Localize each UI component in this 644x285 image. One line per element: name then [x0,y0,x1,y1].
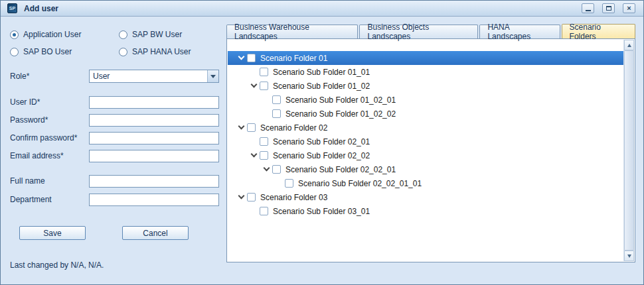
radio-icon [10,30,19,39]
password-label: Password* [10,115,89,125]
user-id-label: User ID* [10,97,89,107]
full-name-field[interactable] [89,175,219,188]
save-button[interactable]: Save [19,226,86,240]
tree-item-label: Scenario Folder 03 [260,193,327,202]
close-icon: × [627,5,631,12]
chevron-down-icon [210,75,216,78]
maximize-icon [606,6,611,11]
title-bar[interactable]: SP Add user × [1,1,643,17]
checkbox[interactable] [272,95,281,104]
chev-box[interactable] [236,127,247,129]
scroll-down-button[interactable] [624,251,634,261]
email-field[interactable] [89,150,219,162]
checkbox[interactable] [272,165,281,174]
chev-box[interactable] [248,85,260,87]
confirm-password-field[interactable] [89,132,219,144]
radio-application-user[interactable]: Application User [10,30,119,39]
radio-label: SAP BW User [132,30,182,39]
role-label: Role* [10,72,89,81]
cancel-button[interactable]: Cancel [122,226,189,240]
minimize-button[interactable] [582,3,594,13]
chevron-down-icon [238,123,245,130]
confirm-password-label: Confirm password* [10,133,89,142]
checkbox[interactable] [260,207,268,215]
password-row: Password* [10,113,219,127]
vertical-scrollbar[interactable] [623,40,634,261]
maximize-button[interactable] [602,3,615,13]
checkbox[interactable] [272,109,281,118]
checkbox[interactable] [285,179,293,188]
email-row: Email address* [10,149,219,162]
radio-icon [119,48,127,56]
chev-box[interactable] [236,57,247,59]
tree-item-scenario-sub-folder-01-02-02[interactable]: Scenario Sub Folder 01_02_02 [228,107,623,121]
chevron-down-icon [251,151,258,158]
tree-item-scenario-folder-03[interactable]: Scenario Folder 03 [228,190,623,204]
add-user-dialog: { "window": { "title": "Add user", "icon… [0,0,644,285]
password-field[interactable] [89,114,219,127]
tree-item-label: Scenario Folder 01 [260,54,327,63]
role-row: Role* User [10,70,219,83]
close-button[interactable]: × [623,3,635,13]
scenario-folders-tree-panel: Scenario Folder 01 Scenario Sub Folder 0… [226,38,635,262]
tree-item-label: Scenario Sub Folder 02_02_01 [285,165,396,174]
arrow-down-icon [627,255,631,258]
checkbox[interactable] [247,54,256,62]
tree-item-scenario-sub-folder-02-01[interactable]: Scenario Sub Folder 02_01 [228,135,623,148]
tab-business-objects-landscapes[interactable]: Business Objects Landscapes [359,25,478,38]
checkbox[interactable] [260,68,268,76]
scrollbar-thumb[interactable] [624,50,634,251]
radio-sap-bo-user[interactable]: SAP BO User [10,47,119,56]
tree-item-scenario-folder-01[interactable]: Scenario Folder 01 [228,51,623,65]
tree-item-label: Scenario Sub Folder 01_02 [273,82,370,91]
radio-sap-bw-user[interactable]: SAP BW User [119,30,217,39]
role-dropdown[interactable]: User [89,70,219,83]
user-id-row: User ID* [10,95,219,109]
radio-sap-hana-user[interactable]: SAP HANA User [119,47,217,56]
minimize-icon [586,10,591,11]
user-id-field[interactable] [89,96,219,109]
chev-box[interactable] [236,196,247,198]
chev-box[interactable] [261,168,272,170]
tab-scenario-folders[interactable]: Scenario Folders [562,24,635,38]
checkbox[interactable] [260,151,268,160]
chev-box[interactable] [248,154,260,156]
checkbox[interactable] [260,82,268,90]
tree-item-scenario-sub-folder-02-02-01[interactable]: Scenario Sub Folder 02_02_01 [228,162,623,176]
tab-business-warehouse-landscapes[interactable]: Business Warehouse Landscapes [226,25,358,38]
chevron-down-icon [251,82,258,88]
user-form-panel: Application User SAP BW User SAP BO User… [1,17,226,284]
checkbox[interactable] [260,137,268,146]
radio-icon [10,48,19,56]
tree-item-label: Scenario Sub Folder 01_02_01 [285,95,396,105]
tab-hana-landscapes[interactable]: HANA Landscapes [479,25,560,38]
scroll-up-button[interactable] [624,40,634,50]
tree-item-scenario-sub-folder-02-02[interactable]: Scenario Sub Folder 02_02 [228,148,623,162]
radio-icon [119,30,127,39]
window-title: Add user [24,4,58,13]
checkbox[interactable] [247,123,256,132]
chevron-down-icon [238,193,245,200]
user-type-radio-group: Application User SAP BW User SAP BO User… [10,30,217,56]
tree-item-scenario-sub-folder-01-02-01[interactable]: Scenario Sub Folder 01_02_01 [228,93,623,107]
dropdown-button[interactable] [207,70,218,82]
department-label: Department [10,195,89,204]
tree-item-scenario-sub-folder-01-02[interactable]: Scenario Sub Folder 01_02 [228,79,623,93]
chevron-down-icon [238,54,245,60]
tree-item-label: Scenario Sub Folder 02_02_01_01 [298,179,422,188]
tree-item-scenario-folder-02[interactable]: Scenario Folder 02 [228,121,623,135]
tree-item-label: Scenario Sub Folder 01_02_02 [285,109,396,119]
email-label: Email address* [10,151,89,160]
role-value: User [90,72,207,81]
tree-item-scenario-sub-folder-03-01[interactable]: Scenario Sub Folder 03_01 [228,204,623,218]
checkbox[interactable] [247,193,256,201]
scenario-folder-tree: Scenario Folder 01 Scenario Sub Folder 0… [228,51,623,261]
confirm-password-row: Confirm password* [10,131,219,144]
radio-label: Application User [23,30,81,39]
tab-bar: Business Warehouse Landscapes Business O… [226,25,635,39]
department-field[interactable] [89,194,219,206]
tree-item-scenario-sub-folder-02-02-01-01[interactable]: Scenario Sub Folder 02_02_01_01 [228,176,623,190]
tree-item-scenario-sub-folder-01-01[interactable]: Scenario Sub Folder 01_01 [228,65,623,79]
radio-label: SAP HANA User [132,47,191,56]
app-logo-icon: SP [7,3,17,13]
